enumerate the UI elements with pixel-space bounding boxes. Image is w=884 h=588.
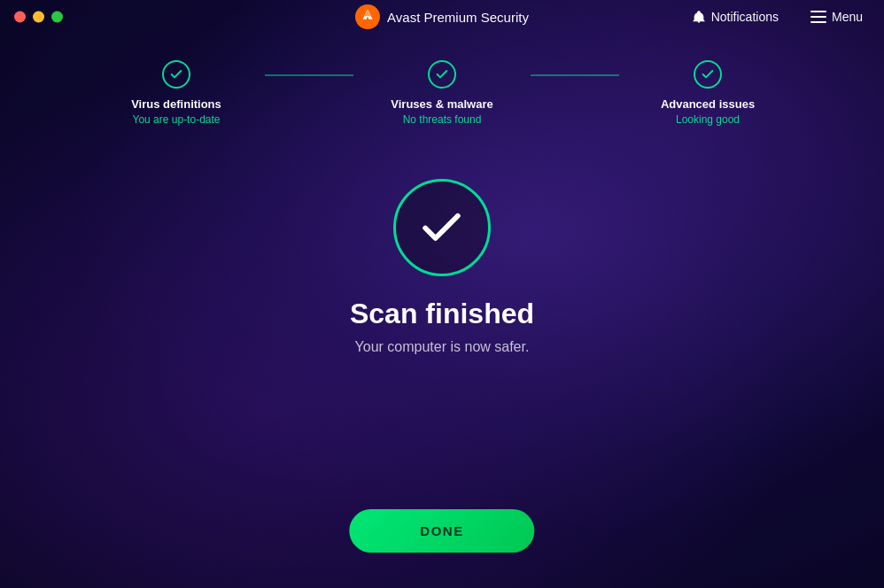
step-2-label: Viruses & malware xyxy=(391,97,492,111)
titlebar: Avast Premium Security Notifications Men… xyxy=(0,0,884,34)
step-viruses-malware: Viruses & malware No threats found xyxy=(353,60,531,126)
svg-rect-2 xyxy=(810,16,826,18)
step-1-label: Virus definitions xyxy=(131,97,221,111)
step-3-check-icon xyxy=(694,60,722,89)
menu-icon xyxy=(810,11,826,23)
steps-wrapper: Virus definitions You are up-to-date Vir… xyxy=(88,60,796,126)
step-3-label: Advanced issues xyxy=(661,97,755,111)
step-1-status: You are up-to-date xyxy=(133,113,221,126)
minimize-button[interactable] xyxy=(33,12,44,23)
menu-label: Menu xyxy=(832,10,863,24)
app-title-area: Avast Premium Security xyxy=(355,4,529,29)
step-virus-definitions: Virus definitions You are up-to-date xyxy=(88,60,265,126)
step-1-check-icon xyxy=(162,60,190,89)
svg-rect-3 xyxy=(810,21,826,23)
connector-2 xyxy=(531,74,619,76)
avast-logo-icon xyxy=(355,4,380,29)
notifications-button[interactable]: Notifications xyxy=(685,6,786,27)
big-check-circle xyxy=(393,179,491,276)
step-3-status: Looking good xyxy=(676,113,740,126)
step-2-check-icon xyxy=(428,60,456,89)
menu-button[interactable]: Menu xyxy=(803,6,870,27)
done-button[interactable]: DONE xyxy=(349,509,534,553)
connector-1 xyxy=(265,74,353,76)
app-title: Avast Premium Security xyxy=(387,10,529,25)
notifications-label: Notifications xyxy=(711,10,779,24)
step-2-status: No threats found xyxy=(403,113,482,126)
step-advanced-issues: Advanced issues Looking good xyxy=(619,60,796,126)
bell-icon xyxy=(692,10,706,24)
titlebar-right: Notifications Menu xyxy=(685,6,870,27)
result-container: Scan finished Your computer is now safer… xyxy=(350,179,534,355)
traffic-lights xyxy=(14,12,63,23)
svg-point-0 xyxy=(355,4,380,29)
big-checkmark-icon xyxy=(417,204,466,252)
main-content: Virus definitions You are up-to-date Vir… xyxy=(0,34,884,355)
scan-finished-subtitle: Your computer is now safer. xyxy=(355,339,530,355)
maximize-button[interactable] xyxy=(51,12,63,23)
svg-rect-1 xyxy=(810,11,826,12)
done-button-container: DONE xyxy=(349,509,534,553)
close-button[interactable] xyxy=(14,12,26,23)
scan-finished-title: Scan finished xyxy=(350,298,534,330)
